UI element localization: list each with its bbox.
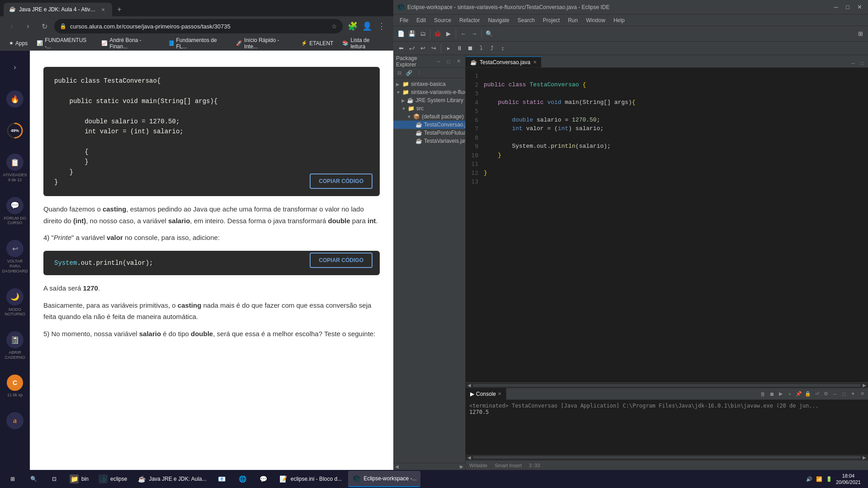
editor-horizontal-scrollbar[interactable]: ◀ ▶ [466, 382, 868, 388]
toolbar-back-button[interactable]: ← [458, 29, 468, 39]
console-word-wrap-button[interactable]: ⏎ [813, 390, 821, 398]
console-pin-button[interactable]: 📌 [795, 390, 803, 398]
menu-search[interactable]: Search [514, 16, 538, 24]
menu-help[interactable]: Help [610, 16, 628, 24]
toolbar-debug-button[interactable]: 🐞 [433, 29, 443, 39]
sidebar-forum[interactable]: 💬 FÓRUM DOCURSO [1, 194, 29, 229]
bookmark-etalent[interactable]: ⚡ ETALENT [297, 39, 337, 47]
reload-button[interactable]: ↻ [38, 20, 51, 33]
tree-item-default-package[interactable]: ▼ 📦 (default package) [393, 113, 465, 121]
taskbar-teams[interactable]: 💬 [255, 471, 273, 487]
explorer-minimize-button[interactable]: ─ [434, 57, 443, 66]
console-scroll[interactable]: ◀ ▶ [466, 455, 868, 460]
explorer-collapse-button[interactable]: ⊟ [395, 69, 403, 77]
bookmark-lista[interactable]: 📚 Lista de leitura [339, 36, 388, 51]
back-button[interactable]: ‹ [5, 20, 18, 33]
scroll-left-arrow[interactable]: ◀ [467, 383, 471, 388]
menu-window[interactable]: Window [582, 16, 609, 24]
toolbar2-btn10[interactable]: ↕ [498, 43, 508, 53]
tree-item-sintaxe-variaveis[interactable]: ▼ 📁 sintaxe-variaveis-e-fluxo [393, 88, 465, 96]
console-scroll-lock-button[interactable]: 🔒 [804, 390, 812, 398]
menu-run[interactable]: Run [564, 16, 581, 24]
profile-button[interactable]: 👤 [361, 20, 373, 33]
menu-edit[interactable]: Edit [413, 16, 429, 24]
console-maximize-button[interactable]: □ [840, 390, 848, 398]
tree-item-sintaxe-basica[interactable]: ▶ 📁 sintaxe-basica [393, 80, 465, 88]
toolbar-save-button[interactable]: 💾 [407, 29, 417, 39]
explorer-close-button[interactable]: ✕ [454, 57, 462, 66]
menu-project[interactable]: Project [539, 16, 563, 24]
toolbar-forward-button[interactable]: → [469, 29, 479, 39]
bookmark-andrebona[interactable]: 📈 André Bona - Finan... [98, 36, 162, 51]
scroll-right-arrow[interactable]: ▶ [863, 383, 866, 388]
taskbar-eclipse[interactable]: 🌑 eclipse [95, 471, 131, 487]
explorer-link-button[interactable]: 🔗 [405, 69, 413, 77]
console-tab[interactable]: ▶ Console ✕ [466, 388, 506, 400]
sidebar-nav-arrow[interactable]: › [4, 56, 26, 79]
tree-item-jre[interactable]: ▶ ☕ JRE System Library [JavaSE-... [393, 96, 465, 104]
taskbar-notepad[interactable]: 📝 eclipse.ini - Bloco d... [275, 471, 345, 487]
bookmark-fundamentos[interactable]: 📘 Fundamentos de FL... [165, 36, 231, 51]
console-terminate-button[interactable]: ⏹ [768, 390, 776, 398]
console-view-menu-button[interactable]: ▾ [849, 390, 857, 398]
taskbar-outlook[interactable]: 📧 [213, 471, 231, 487]
maximize-button[interactable]: □ [843, 2, 853, 12]
toolbar2-btn1[interactable]: ⬅ [396, 43, 406, 53]
toolbar2-btn6[interactable]: ⏸ [454, 43, 464, 53]
toolbar-search-button[interactable]: 🔍 [484, 29, 494, 39]
tree-item-testaconversao[interactable]: ☕ TestaConversao.java [393, 121, 465, 129]
toolbar2-btn9[interactable]: ⤴ [487, 43, 497, 53]
taskbar-start-button[interactable]: ⊞ [4, 471, 22, 487]
toolbar2-btn7[interactable]: ⏹ [465, 43, 475, 53]
toolbar-new-button[interactable]: 📄 [396, 29, 406, 39]
browser-menu-button[interactable]: ⋮ [375, 20, 388, 33]
address-bar[interactable]: 🔒 cursos.alura.com.br/course/java-primei… [54, 19, 343, 33]
explorer-menu-button[interactable]: ⋮ [415, 69, 423, 77]
console-close-button[interactable]: ✕ [858, 390, 866, 398]
maximize-editor-button[interactable]: □ [858, 59, 866, 67]
sidebar-anki[interactable]: a [4, 409, 26, 432]
console-scroll-right[interactable]: ▶ [863, 455, 866, 460]
tree-item-testaponto[interactable]: ☕ TestaPontoFlutuante... [393, 129, 465, 137]
editor-code-content[interactable]: public class TestaConversao { public sta… [480, 68, 868, 382]
bookmark-star-icon[interactable]: ☆ [331, 23, 337, 30]
console-minimize-button[interactable]: ─ [831, 390, 839, 398]
new-tab-button[interactable]: + [113, 3, 126, 16]
tree-item-src[interactable]: ▼ 📁 src [393, 104, 465, 113]
taskbar-edge[interactable]: 🌐 [234, 471, 252, 487]
close-window-button[interactable]: ✕ [854, 2, 864, 12]
taskbar-task-view[interactable]: ⊡ [45, 471, 63, 487]
toolbar2-btn3[interactable]: ↩ [418, 43, 428, 53]
toolbar2-btn4[interactable]: ↪ [429, 43, 439, 53]
taskbar-clock[interactable]: 18:04 20/06/2021 [836, 473, 861, 486]
minimize-button[interactable]: ─ [831, 2, 841, 12]
toolbar-run-button[interactable]: ▶ [443, 29, 453, 39]
taskbar-chrome[interactable]: ☕ Java JRE e JDK: Aula... [133, 471, 210, 487]
sidebar-night-mode[interactable]: 🌙 MODONOTURNO [2, 286, 28, 320]
menu-file[interactable]: File [396, 16, 412, 24]
sidebar-flame[interactable]: 🔥 [4, 88, 26, 110]
taskbar-search[interactable]: 🔍 [24, 471, 42, 487]
toolbar2-btn5[interactable]: ▸ [443, 43, 453, 53]
console-clear-button[interactable]: 🗑 [759, 390, 767, 398]
console-tab-close[interactable]: ✕ [498, 391, 501, 396]
sidebar-user[interactable]: C 11.6k xp [4, 372, 26, 400]
tree-item-testavariaveis[interactable]: ☕ TestaVariaveis.java [393, 137, 465, 145]
menu-source[interactable]: Source [430, 16, 455, 24]
sidebar-activities[interactable]: 📋 ATIVIDADES9 de 12 [0, 151, 30, 185]
toolbar-open-perspective[interactable]: ⊞ [855, 29, 865, 39]
status-writable[interactable]: Writable [469, 463, 487, 468]
toolbar2-btn8[interactable]: ⤵ [476, 43, 486, 53]
explorer-bottom-left-arrow[interactable]: ◀ [393, 464, 401, 469]
explorer-bottom-right-arrow[interactable]: ▶ [458, 464, 465, 469]
copy-code-button-2[interactable]: COPIAR CÓDIGO [310, 253, 373, 268]
sidebar-notebook[interactable]: 📓 ABRIRCADERNO [2, 328, 28, 363]
toolbar-saveall-button[interactable]: 🗂 [418, 29, 428, 39]
explorer-maximize-button[interactable]: □ [444, 57, 453, 66]
sidebar-back-dashboard[interactable]: ↩ VOLTARPARADASHBOARD [0, 237, 31, 276]
console-new-button[interactable]: + [786, 390, 794, 398]
bookmark-inicio[interactable]: 🚀 Início Rápido - Inte... [232, 36, 296, 51]
menu-navigate[interactable]: Navigate [484, 16, 513, 24]
editor-tab-testaconversao[interactable]: ☕ TestaConversao.java ✕ [466, 56, 542, 67]
console-run-button[interactable]: ▶ [777, 390, 785, 398]
